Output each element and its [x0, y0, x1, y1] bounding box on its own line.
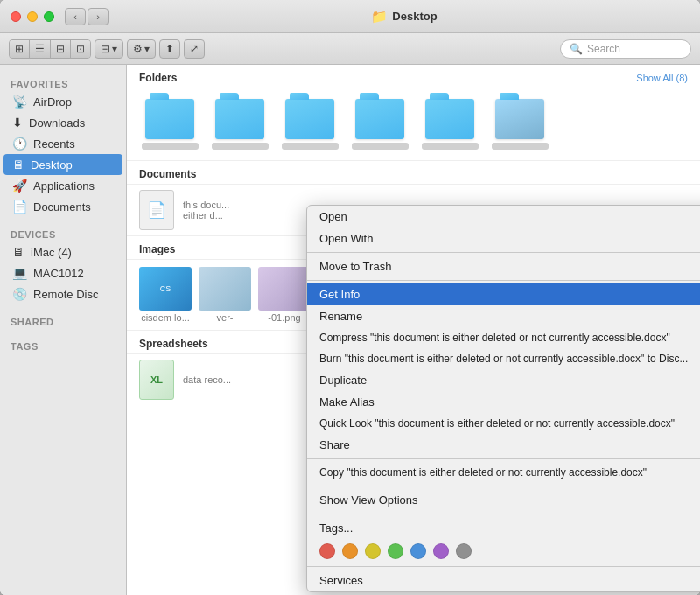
doc-label-1: this docu... [183, 200, 229, 210]
image-label-3: -01.png [268, 312, 300, 323]
images-title: Images [139, 243, 175, 256]
image-thumb [258, 267, 311, 311]
traffic-lights [10, 11, 54, 22]
forward-button[interactable]: › [88, 8, 108, 25]
minimize-button[interactable] [27, 11, 38, 22]
sidebar-item-desktop[interactable]: 🖥 Desktop [4, 154, 122, 175]
share-button[interactable]: ⬆ [159, 39, 180, 59]
search-box[interactable]: 🔍 Search [560, 39, 691, 59]
shared-section-label: Shared [0, 312, 126, 329]
sidebar-item-remote-disc[interactable]: 💿 Remote Disc [4, 284, 122, 304]
sidebar-label-desktop: Desktop [31, 158, 73, 172]
ctx-compress[interactable]: Compress "this document is either delete… [307, 327, 700, 348]
sidebar-item-imac[interactable]: 🖥 iMac (4) [4, 242, 122, 262]
folder-label [422, 143, 479, 150]
main-area: Favorites 📡 AirDrop ⬇ Downloads 🕐 Recent… [0, 65, 700, 595]
list-view-button[interactable]: ☰ [30, 40, 51, 58]
ctx-share[interactable]: Share ▶ [307, 434, 700, 456]
tag-blue[interactable] [410, 543, 426, 559]
title-label: Desktop [392, 10, 437, 23]
folder-icon [355, 99, 404, 139]
folder-item[interactable] [419, 99, 480, 150]
image-item[interactable]: ver- [199, 267, 251, 323]
ctx-make-alias[interactable]: Make Alias [307, 391, 700, 413]
ctx-get-info[interactable]: Get Info [307, 284, 700, 305]
devices-section-label: Devices [0, 224, 126, 242]
title-folder-icon: 📁 [371, 9, 388, 24]
folder-label [212, 143, 269, 150]
toolbar: ⊞ ☰ ⊟ ⊡ ⊟ ▾ ⚙ ▾ ⬆ ⤢ 🔍 Search [0, 33, 700, 65]
sidebar-label-recents: Recents [33, 137, 75, 150]
folders-row [127, 88, 700, 160]
cover-view-button[interactable]: ⊡ [71, 40, 90, 58]
sidebar-item-recents[interactable]: 🕐 Recents [4, 133, 122, 154]
folder-icon [145, 99, 194, 139]
folders-section-header: Folders Show All (8) [127, 65, 700, 88]
column-view-button[interactable]: ⊟ [51, 40, 71, 58]
folder-item[interactable] [489, 99, 550, 150]
favorites-section-label: Favorites [0, 74, 126, 91]
view-buttons: ⊞ ☰ ⊟ ⊡ [9, 39, 91, 59]
documents-section-header: Documents [127, 161, 700, 185]
spreadsheets-title: Spreadsheets [139, 338, 208, 350]
maximize-button[interactable] [44, 11, 54, 22]
mac1012-icon: 💻 [12, 266, 27, 280]
arrange-button[interactable]: ⊟ ▾ [94, 39, 123, 59]
icon-view-button[interactable]: ⊞ [10, 40, 30, 58]
sidebar-item-documents[interactable]: 📄 Documents [4, 196, 122, 217]
folder-icon [285, 99, 334, 139]
ctx-show-view-options[interactable]: Show View Options [307, 489, 700, 511]
sidebar: Favorites 📡 AirDrop ⬇ Downloads 🕐 Recent… [0, 65, 127, 595]
sidebar-label-documents: Documents [33, 200, 91, 214]
folder-item[interactable] [349, 99, 410, 150]
sidebar-label-imac: iMac (4) [31, 246, 72, 259]
expand-button[interactable]: ⤢ [184, 39, 205, 59]
sidebar-item-airdrop[interactable]: 📡 AirDrop [4, 91, 122, 112]
image-thumb [199, 267, 251, 311]
back-button[interactable]: ‹ [65, 8, 86, 25]
airdrop-icon: 📡 [12, 94, 27, 108]
doc-label-2: either d... [183, 210, 229, 220]
ctx-services[interactable]: Services ▶ [307, 570, 700, 592]
folder-item[interactable] [139, 99, 200, 150]
ctx-tags[interactable]: Tags... [307, 517, 700, 539]
arrange-icon: ⊟ [101, 43, 109, 55]
arrange-label: ▾ [112, 43, 117, 55]
tag-green[interactable] [388, 543, 403, 559]
action-button[interactable]: ⚙ ▾ [127, 39, 156, 59]
ctx-burn[interactable]: Burn "this document is either deleted or… [307, 348, 700, 369]
folders-show-all[interactable]: Show All (8) [636, 73, 688, 83]
ctx-sep-5 [307, 514, 700, 514]
sidebar-item-applications[interactable]: 🚀 Applications [4, 175, 122, 196]
ctx-copy[interactable]: Copy "this document is either deleted or… [307, 462, 700, 483]
tag-purple[interactable] [433, 543, 449, 559]
ctx-open-with[interactable]: Open With ▶ [307, 228, 700, 249]
ctx-sep-3 [307, 458, 700, 459]
finder-window: ‹ › 📁 Desktop ⊞ ☰ ⊟ ⊡ ⊟ ▾ ⚙ ▾ ⬆ ⤢ � [0, 0, 700, 595]
search-icon: 🔍 [570, 43, 583, 55]
context-menu: Open Open With ▶ Move to Trash Get Info … [306, 205, 700, 592]
ctx-rename[interactable]: Rename [307, 305, 700, 327]
tag-red[interactable] [319, 543, 335, 559]
tag-orange[interactable] [342, 543, 358, 559]
folder-item[interactable] [279, 99, 340, 150]
image-item[interactable]: -01.png [258, 267, 311, 323]
folder-item[interactable] [209, 99, 270, 150]
search-placeholder: Search [587, 43, 620, 55]
ctx-sep-2 [307, 280, 700, 281]
ctx-tags-row [307, 539, 700, 564]
ctx-move-trash[interactable]: Move to Trash [307, 256, 700, 277]
sidebar-item-mac1012[interactable]: 💻 MAC1012 [4, 262, 122, 284]
content-area: Folders Show All (8) [127, 65, 700, 595]
ctx-duplicate[interactable]: Duplicate [307, 369, 700, 391]
spreadsheet-label-1: data reco... [183, 374, 231, 385]
recents-icon: 🕐 [12, 136, 27, 150]
ctx-open[interactable]: Open [307, 206, 700, 228]
tag-yellow[interactable] [365, 543, 381, 559]
ctx-quick-look[interactable]: Quick Look "this document is either dele… [307, 413, 700, 434]
image-item[interactable]: CS cisdem lo... [139, 267, 192, 323]
tag-gray[interactable] [456, 543, 472, 559]
folder-icon [215, 99, 264, 139]
sidebar-item-downloads[interactable]: ⬇ Downloads [4, 112, 122, 133]
close-button[interactable] [10, 11, 21, 22]
